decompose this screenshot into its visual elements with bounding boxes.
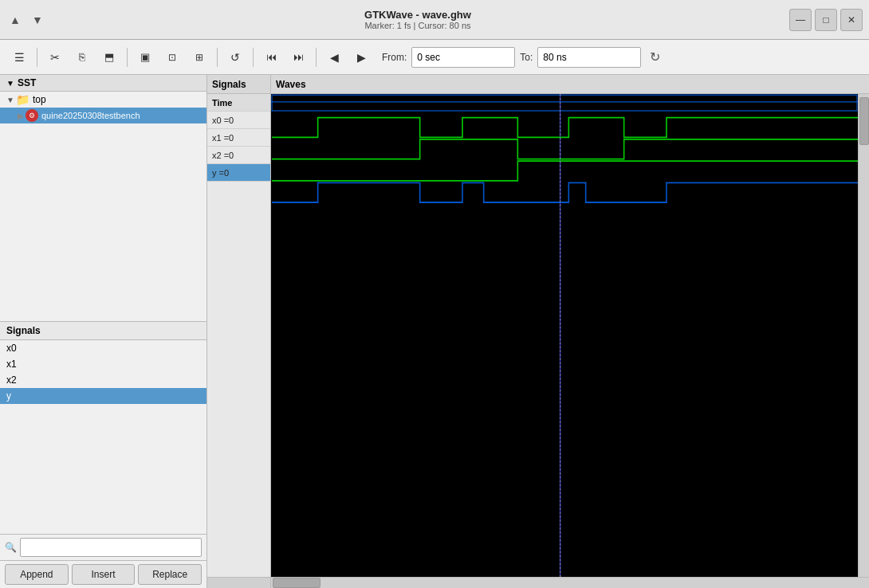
title-bar-center: GTKWave - wave.ghw Marker: 1 fs | Cursor… — [46, 9, 789, 30]
from-input[interactable] — [411, 47, 515, 68]
undo-button[interactable]: ↺ — [222, 45, 248, 70]
v-scrollbar-thumb[interactable] — [859, 97, 869, 145]
sst-collapse-icon[interactable]: ▼ — [6, 79, 14, 88]
up-arrow-button[interactable]: ▲ — [6, 11, 24, 29]
title-bar-left: ▲ ▼ — [6, 11, 46, 29]
insert-button[interactable]: Insert — [72, 564, 136, 585]
to-label: To: — [520, 52, 533, 63]
waves-panel: Waves — [271, 75, 869, 588]
window-title: GTKWave - wave.ghw — [46, 9, 789, 21]
tree-item-quine[interactable]: ▶ ⚙ quine20250308testbench — [0, 108, 206, 123]
go-prev-button[interactable]: ◀ — [321, 45, 347, 70]
sst-section: ▼ SST ▼ 📁 top ▶ ⚙ quine20250308testbench — [0, 75, 206, 322]
y-row: y =0 — [207, 164, 270, 182]
sep5 — [316, 48, 317, 67]
from-to-section: From: To: — [382, 47, 641, 68]
quine-label: quine20250308testbench — [41, 111, 140, 120]
window-subtitle: Marker: 1 fs | Cursor: 80 ns — [46, 21, 789, 30]
signals-section: Signals x0 x1 x2 y 🔍 Append Insert Repla… — [0, 322, 206, 588]
svg-rect-1 — [272, 95, 857, 111]
go-end-button[interactable]: ⏭ — [285, 45, 311, 70]
signal-x2[interactable]: x2 — [0, 372, 206, 388]
title-bar-controls: — □ ✕ — [789, 9, 863, 31]
waves-canvas[interactable] — [271, 94, 858, 577]
append-button[interactable]: Append — [5, 564, 69, 585]
x0-row: x0 =0 — [207, 112, 270, 129]
copy-button[interactable]: ⎘ — [69, 45, 95, 70]
search-bar: 🔍 — [0, 534, 206, 560]
search-input[interactable] — [20, 538, 202, 557]
close-button[interactable]: ✕ — [840, 9, 863, 31]
top-arrow-icon: ▼ — [6, 96, 14, 104]
select-all-button[interactable]: ▣ — [132, 45, 158, 70]
title-bar: ▲ ▼ GTKWave - wave.ghw Marker: 1 fs | Cu… — [0, 0, 869, 40]
v-scrollbar[interactable] — [858, 94, 869, 577]
signal-x0[interactable]: x0 — [0, 340, 206, 356]
zoom-fit-button[interactable]: ⊞ — [187, 45, 212, 70]
go-start-button[interactable]: ⏮ — [258, 45, 284, 70]
sep4 — [253, 48, 254, 67]
signal-names-panel: Signals Time x0 =0 x1 =0 x2 =0 y =0 — [207, 75, 271, 588]
select-button[interactable]: ⊡ — [159, 45, 185, 70]
minimize-button[interactable]: — — [789, 9, 812, 31]
go-next-button[interactable]: ▶ — [348, 45, 374, 70]
signals-col-header: Signals — [207, 75, 270, 94]
signals-header: Signals — [0, 322, 206, 340]
signal-x1[interactable]: x1 — [0, 356, 206, 372]
waves-content — [271, 94, 869, 577]
cut-button[interactable]: ✂ — [42, 45, 68, 70]
sep1 — [37, 48, 37, 67]
sep3 — [217, 48, 218, 67]
signals-list: x0 x1 x2 y — [0, 340, 206, 534]
from-label: From: — [382, 52, 407, 63]
time-row: Time — [207, 94, 270, 112]
sst-title: SST — [18, 77, 36, 88]
folder-icon: 📁 — [16, 93, 29, 106]
maximize-button[interactable]: □ — [815, 9, 837, 31]
signal-y[interactable]: y — [0, 388, 206, 404]
waves-hscroll-thumb[interactable] — [273, 578, 320, 588]
replace-button[interactable]: Replace — [138, 564, 202, 585]
sst-header: ▼ SST — [0, 75, 206, 92]
top-label: top — [33, 94, 46, 105]
module-icon: ⚙ — [26, 109, 38, 122]
main-area: ▼ SST ▼ 📁 top ▶ ⚙ quine20250308testbench… — [0, 75, 869, 588]
paste-button[interactable]: ⬒ — [96, 45, 122, 70]
toolbar: ☰ ✂ ⎘ ⬒ ▣ ⊡ ⊞ ↺ ⏮ ⏭ ◀ ▶ From: To: ↻ — [0, 40, 869, 75]
x1-row: x1 =0 — [207, 129, 270, 147]
search-icon: 🔍 — [5, 542, 17, 553]
waves-svg — [271, 94, 858, 577]
quine-arrow-icon: ▶ — [18, 112, 24, 120]
signal-names-empty — [207, 182, 270, 577]
button-bar: Append Insert Replace — [0, 560, 206, 588]
signal-names-hscroll[interactable] — [207, 577, 270, 588]
signals-waves-area: Signals Time x0 =0 x1 =0 x2 =0 y =0 Wave… — [207, 75, 869, 588]
refresh-button[interactable]: ↻ — [643, 45, 666, 69]
menu-button[interactable]: ☰ — [6, 45, 32, 70]
waves-col-header: Waves — [271, 75, 869, 94]
tree-item-top[interactable]: ▼ 📁 top — [0, 92, 206, 108]
down-arrow-button[interactable]: ▼ — [29, 11, 46, 29]
left-panel: ▼ SST ▼ 📁 top ▶ ⚙ quine20250308testbench… — [0, 75, 207, 588]
to-input[interactable] — [537, 47, 641, 68]
sep2 — [127, 48, 128, 67]
waves-hscrollbar[interactable] — [271, 577, 869, 588]
x2-row: x2 =0 — [207, 147, 270, 164]
